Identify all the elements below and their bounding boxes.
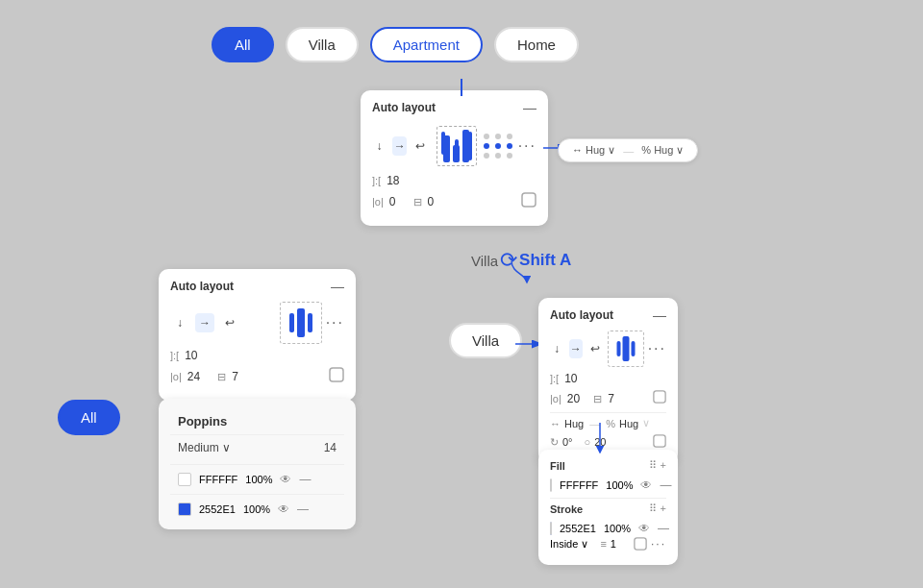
fill-grid-icon: ⠿ bbox=[649, 459, 657, 472]
padding-h-left: 24 bbox=[187, 370, 200, 383]
wrap-icon[interactable]: ↩ bbox=[412, 136, 427, 156]
panel-top-title: Auto layout bbox=[372, 101, 436, 114]
layout-vis-right bbox=[608, 331, 644, 367]
wrap-left[interactable]: ↩ bbox=[220, 313, 239, 332]
filter-bar: All Villa Apartment Home bbox=[212, 27, 579, 62]
gap-value-left: 10 bbox=[185, 349, 197, 362]
color-opacity-blue: 100% bbox=[243, 503, 270, 515]
pill-apartment[interactable]: Apartment bbox=[370, 27, 483, 62]
dir-down-left[interactable]: ↓ bbox=[170, 313, 189, 332]
stroke-position[interactable]: Inside ∨ bbox=[550, 538, 588, 551]
stroke-more-icon[interactable]: ··· bbox=[651, 537, 666, 551]
pill-home[interactable]: Home bbox=[494, 27, 579, 62]
stroke-icons: ··· bbox=[634, 537, 666, 551]
more-options-left[interactable]: ··· bbox=[326, 314, 344, 331]
align-dots-top bbox=[484, 134, 514, 159]
fill-section-title: Fill bbox=[550, 460, 565, 472]
hug-left: ↔ Hug ∨ bbox=[572, 144, 615, 157]
font-weight[interactable]: Medium ∨ bbox=[178, 441, 231, 454]
val-right: 20 bbox=[594, 436, 606, 448]
direction-right-icon[interactable]: → bbox=[392, 136, 407, 156]
villa-text-annotation: Villa bbox=[471, 253, 498, 269]
curved-arrow-icon: ⟳ bbox=[500, 248, 517, 273]
fill-swatch bbox=[550, 478, 552, 492]
gap-value-right: 10 bbox=[564, 372, 577, 385]
more-options-right[interactable]: ··· bbox=[648, 340, 666, 357]
direction-down-icon[interactable]: ↓ bbox=[372, 136, 387, 156]
dir-down-right[interactable]: ↓ bbox=[550, 339, 563, 358]
padding-v-left: 7 bbox=[232, 370, 238, 383]
panel-right-close[interactable]: — bbox=[653, 307, 666, 323]
color-swatch-white bbox=[178, 473, 191, 486]
hug-bar[interactable]: ↔ Hug ∨ — % Hug ∨ bbox=[558, 138, 698, 162]
villa-pill-connector[interactable]: Villa bbox=[449, 323, 522, 358]
shift-a-label: Shift A bbox=[519, 251, 571, 270]
panel-top-auto-layout: Auto layout — ↓ → ↩ bbox=[361, 90, 548, 226]
eye-icon-blue[interactable]: 👁 bbox=[278, 502, 289, 516]
corner-icon-left bbox=[329, 367, 344, 386]
wrap-right[interactable]: ↩ bbox=[588, 339, 602, 358]
minus-icon-blue[interactable]: — bbox=[297, 502, 309, 516]
panel-left-title: Auto layout bbox=[170, 280, 234, 293]
layout-vis-top bbox=[434, 123, 480, 169]
fill-eye-icon[interactable]: 👁 bbox=[640, 478, 652, 492]
padding-h-right: 20 bbox=[567, 392, 580, 405]
panel-right-auto-layout: Auto layout — ↓ → ↩ ··· ]:[ 10 |o| 20 ⊟ … bbox=[538, 298, 678, 464]
angle-right: 0° bbox=[562, 436, 573, 448]
villa-pill[interactable]: Villa bbox=[449, 323, 522, 358]
panel-left-auto-layout: Auto layout — ↓ → ↩ ··· ]:[ 10 |o| 24 ⊟ … bbox=[159, 269, 356, 401]
padding-h-top: 0 bbox=[389, 195, 396, 208]
hug-right-right: Hug bbox=[619, 418, 638, 429]
stroke-eye-icon[interactable]: 👁 bbox=[638, 522, 650, 535]
pill-all[interactable]: All bbox=[212, 27, 274, 62]
svg-rect-4 bbox=[654, 391, 665, 403]
color-swatch-blue bbox=[178, 502, 191, 516]
panel-left-close[interactable]: — bbox=[331, 279, 344, 294]
fill-opacity: 100% bbox=[606, 479, 633, 491]
stroke-hex: 2552E1 bbox=[560, 523, 596, 534]
fill-add-icon[interactable]: + bbox=[661, 459, 666, 472]
stroke-grid-icon: ⠿ bbox=[649, 502, 657, 515]
svg-rect-2 bbox=[330, 368, 343, 381]
minus-icon-white[interactable]: — bbox=[299, 473, 311, 486]
panel-top-close[interactable]: — bbox=[523, 100, 536, 115]
dir-right-left[interactable]: → bbox=[195, 313, 214, 332]
font-family: Poppins bbox=[178, 414, 227, 429]
svg-rect-6 bbox=[635, 538, 646, 550]
fill-hex: FFFFFF bbox=[560, 479, 598, 491]
stroke-opacity: 100% bbox=[604, 523, 631, 534]
all-pill-bl-label[interactable]: All bbox=[58, 400, 120, 435]
stroke-add-icon[interactable]: + bbox=[661, 502, 666, 515]
color-hex-white: FFFFFF bbox=[199, 474, 237, 485]
font-size: 14 bbox=[324, 441, 337, 454]
corner-icon-right2 bbox=[653, 434, 666, 450]
hug-right: % Hug ∨ bbox=[641, 144, 684, 157]
color-opacity-white: 100% bbox=[245, 474, 272, 485]
panel-right-title: Auto layout bbox=[550, 308, 613, 322]
corner-icon-right bbox=[653, 390, 666, 407]
more-options-top[interactable]: ··· bbox=[518, 137, 536, 155]
stroke-width: 1 bbox=[611, 538, 616, 550]
corner-icon-top bbox=[521, 192, 536, 211]
stroke-swatch bbox=[550, 522, 552, 535]
stroke-section-title: Stroke bbox=[550, 503, 583, 515]
color-hex-blue: 2552E1 bbox=[199, 503, 236, 515]
fill-minus-icon[interactable]: — bbox=[660, 478, 671, 492]
padding-v-right: 7 bbox=[608, 392, 614, 405]
svg-rect-0 bbox=[522, 193, 536, 207]
svg-rect-5 bbox=[654, 435, 665, 447]
dir-right-right[interactable]: → bbox=[569, 339, 583, 358]
typography-panel: Poppins Medium ∨ 14 FFFFFF 100% 👁 — 2552… bbox=[159, 399, 356, 529]
villa-shift-annotation: Villa ⟳ Shift A bbox=[471, 248, 571, 273]
all-pill-bottom-left[interactable]: All bbox=[58, 400, 120, 435]
pill-villa[interactable]: Villa bbox=[286, 27, 359, 62]
padding-v-top: 0 bbox=[428, 195, 435, 208]
fill-stroke-panel: Fill ⠿ + FFFFFF 100% 👁 — Stroke ⠿ + 2552… bbox=[538, 450, 678, 565]
layout-vis-left bbox=[280, 302, 322, 344]
hug-left-right: Hug bbox=[564, 418, 584, 429]
eye-icon-white[interactable]: 👁 bbox=[280, 473, 291, 486]
gap-value-top: 18 bbox=[387, 174, 399, 187]
stroke-minus-icon[interactable]: — bbox=[658, 522, 669, 535]
